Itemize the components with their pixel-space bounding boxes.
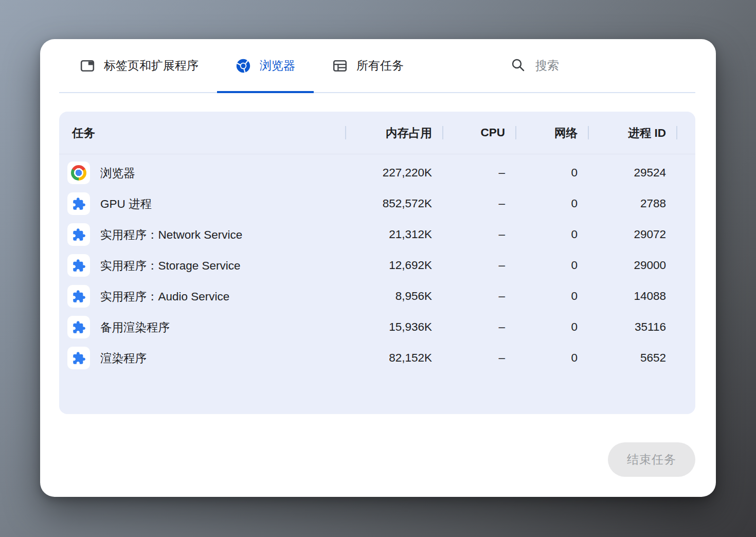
extension-icon [72,320,86,334]
task-icon-box [67,162,90,184]
pid-cell: 29072 [589,228,677,241]
task-cell: 实用程序：Audio Service [59,285,346,308]
search-input[interactable] [534,58,693,73]
task-icon-box [67,223,90,246]
memory-cell: 852,572K [346,197,443,210]
extension-icon [72,351,86,365]
task-cell-label: 实用程序：Audio Service [100,289,229,305]
memory-cell: 21,312K [346,228,443,241]
column-header-network[interactable]: 网络 [516,112,589,154]
table-row[interactable]: 实用程序：Audio Service 8,956K – 0 14088 [59,281,695,312]
table-body: 浏览器 227,220K – 0 29524 GPU 进程 852,572K –… [59,154,695,373]
task-cell: 实用程序：Network Service [59,223,346,246]
memory-cell: 12,692K [346,259,443,272]
tab-all-tasks[interactable]: 所有任务 [314,39,422,92]
table-row[interactable]: 浏览器 227,220K – 0 29524 [59,157,695,188]
cpu-cell: – [443,228,516,241]
cpu-cell: – [443,197,516,210]
pid-cell: 29524 [589,166,677,180]
network-cell: 0 [516,259,589,272]
task-icon-box [67,347,90,369]
extension-icon [72,290,86,303]
chrome-logo-icon [71,165,86,181]
task-cell-label: 实用程序：Storage Service [100,258,241,274]
column-header-memory[interactable]: 内存占用 [346,112,443,154]
column-header-task[interactable]: 任务 [59,112,346,154]
pid-cell: 2788 [589,197,677,210]
end-task-button[interactable]: 结束任务 [608,442,695,477]
column-header-pid[interactable]: 进程 ID [589,112,677,154]
network-cell: 0 [516,228,589,241]
extension-icon [72,259,86,273]
task-icon-box [67,254,90,277]
task-cell-label: 备用渲染程序 [100,319,170,335]
task-cell: 浏览器 [59,162,346,184]
process-table: 任务 内存占用 CPU 网络 进程 ID 浏览器 227,220K – 0 29… [59,112,695,414]
task-cell-label: 渲染程序 [100,350,147,366]
column-header-cpu[interactable]: CPU [443,112,516,154]
cpu-cell: – [443,166,516,180]
task-cell-label: 浏览器 [100,165,135,181]
memory-cell: 15,936K [346,320,443,334]
task-cell-label: GPU 进程 [100,196,152,212]
task-cell: 实用程序：Storage Service [59,254,346,277]
search-icon [511,58,525,74]
tab-label: 浏览器 [260,58,295,74]
chromium-icon [236,58,251,74]
network-cell: 0 [516,351,589,365]
table-row[interactable]: 备用渲染程序 15,936K – 0 35116 [59,312,695,343]
extension-icon [72,197,86,211]
task-icon-box [67,285,90,308]
network-cell: 0 [516,320,589,334]
task-icon-box [67,192,90,215]
table-header: 任务 内存占用 CPU 网络 进程 ID [59,112,695,154]
memory-cell: 227,220K [346,166,443,180]
task-cell-label: 实用程序：Network Service [100,227,242,243]
tab-bar: 标签页和扩展程序 浏览器 [59,39,695,93]
cpu-cell: – [443,290,516,303]
task-manager-window: 标签页和扩展程序 浏览器 [40,39,716,497]
pid-cell: 29000 [589,259,677,272]
pid-cell: 14088 [589,290,677,303]
tabs-and-extensions-icon [80,58,95,74]
cpu-cell: – [443,320,516,334]
task-cell: GPU 进程 [59,192,346,215]
cpu-cell: – [443,259,516,272]
table-row[interactable]: 实用程序：Network Service 21,312K – 0 29072 [59,219,695,250]
tab-tabs-and-extensions[interactable]: 标签页和扩展程序 [59,39,217,92]
network-cell: 0 [516,197,589,210]
all-tasks-icon [332,58,348,74]
pid-cell: 35116 [589,320,677,334]
cpu-cell: – [443,351,516,365]
task-cell: 备用渲染程序 [59,316,346,338]
extension-icon [72,228,86,242]
task-cell: 渲染程序 [59,347,346,369]
table-row[interactable]: GPU 进程 852,572K – 0 2788 [59,188,695,219]
memory-cell: 8,956K [346,290,443,303]
table-row[interactable]: 实用程序：Storage Service 12,692K – 0 29000 [59,250,695,281]
tab-browser[interactable]: 浏览器 [217,39,314,92]
pid-cell: 5652 [589,351,677,365]
search-field[interactable] [511,39,695,92]
table-row[interactable]: 渲染程序 82,152K – 0 5652 [59,343,695,373]
tab-label: 所有任务 [356,58,404,74]
network-cell: 0 [516,290,589,303]
network-cell: 0 [516,166,589,180]
tab-label: 标签页和扩展程序 [104,58,199,74]
memory-cell: 82,152K [346,351,443,365]
task-icon-box [67,316,90,338]
